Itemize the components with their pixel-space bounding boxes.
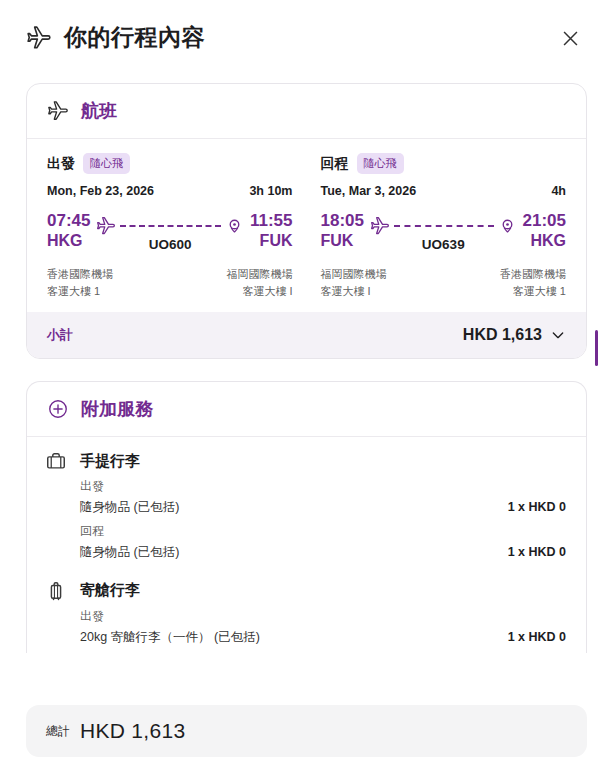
arrival-time: 11:55 xyxy=(250,210,293,231)
carry-on-title: 手提行李 xyxy=(80,452,140,471)
fare-badge: 隨心飛 xyxy=(357,153,404,174)
addon-item-row: 隨身物品 (已包括) 1 x HKD 0 xyxy=(80,498,566,517)
departure-airport: 香港國際機場 客運大樓 1 xyxy=(47,266,113,300)
addons-card-header: 附加服務 xyxy=(27,382,586,437)
departure-endpoint: 18:05 FUK xyxy=(321,210,364,251)
airplane-icon xyxy=(26,25,52,51)
flight-number: UO639 xyxy=(422,237,465,252)
departure-time: 07:45 xyxy=(47,210,90,231)
leg-label: 回程 xyxy=(80,651,566,653)
plus-circle-icon xyxy=(47,398,69,420)
direction-label: 出發 xyxy=(47,155,75,173)
airplane-icon xyxy=(47,100,69,122)
direction-label: 回程 xyxy=(321,155,349,173)
arrival-endpoint: 21:05 HKG xyxy=(523,210,566,251)
subtotal-label: 小計 xyxy=(47,326,73,344)
chevron-down-icon[interactable] xyxy=(550,327,566,343)
airplane-icon xyxy=(96,216,116,236)
arrival-time: 21:05 xyxy=(523,210,566,231)
segment-return: 回程 隨心飛 Tue, Mar 3, 2026 4h 18:05 FUK xyxy=(321,153,567,302)
flights-card-header: 航班 xyxy=(27,84,586,139)
subtotal-row[interactable]: 小計 HKD 1,613 xyxy=(27,312,586,358)
addon-price: 1 x HKD 0 xyxy=(508,500,566,514)
checked-baggage-title: 寄艙行李 xyxy=(80,581,140,600)
arrival-airport: 福岡國際機場 客運大樓 I xyxy=(227,266,293,300)
arrival-code: HKG xyxy=(523,231,566,251)
location-pin-icon xyxy=(225,217,244,236)
leg-label: 回程 xyxy=(80,522,566,540)
departure-airport: 福岡國際機場 客運大樓 I xyxy=(321,266,387,300)
flight-segments: 出發 隨心飛 Mon, Feb 23, 2026 3h 10m 07:45 HK… xyxy=(27,139,586,312)
modal-header: 你的行程內容 xyxy=(0,0,600,63)
fare-badge: 隨心飛 xyxy=(83,153,130,174)
addon-price: 1 x HKD 0 xyxy=(508,630,566,644)
addons-card-title: 附加服務 xyxy=(81,397,153,421)
flight-duration: 4h xyxy=(551,184,566,198)
addons-card: 附加服務 手提行李 出發 隨身物品 (已包括) 1 x HKD 0 xyxy=(26,381,587,653)
leg-label: 出發 xyxy=(80,477,566,495)
segment-outbound: 出發 隨心飛 Mon, Feb 23, 2026 3h 10m 07:45 HK… xyxy=(47,153,293,302)
scrollbar-thumb[interactable] xyxy=(595,330,598,366)
total-value: HKD 1,613 xyxy=(80,719,185,743)
leg-label: 出發 xyxy=(80,607,566,625)
page-title: 你的行程內容 xyxy=(64,22,205,53)
addon-item-row: 隨身物品 (已包括) 1 x HKD 0 xyxy=(80,543,566,562)
close-button[interactable] xyxy=(558,26,582,50)
departure-endpoint: 07:45 HKG xyxy=(47,210,90,251)
flight-number: UO600 xyxy=(149,237,192,252)
checked-baggage-section: 寄艙行李 出發 20kg 寄艙行李（一件） (已包括) 1 x HKD 0 回程 xyxy=(27,567,586,654)
departure-code: HKG xyxy=(47,231,90,251)
flight-date: Tue, Mar 3, 2026 xyxy=(321,184,417,198)
total-label: 總計 xyxy=(46,723,70,740)
addon-price: 1 x HKD 0 xyxy=(508,545,566,559)
route-dashed-line xyxy=(120,225,220,227)
total-bar: 總計 HKD 1,613 xyxy=(26,705,587,757)
flights-card: 航班 出發 隨心飛 Mon, Feb 23, 2026 3h 10m 07:45… xyxy=(26,83,587,359)
flight-duration: 3h 10m xyxy=(249,184,292,198)
flight-date: Mon, Feb 23, 2026 xyxy=(47,184,154,198)
departure-time: 18:05 xyxy=(321,210,364,231)
departure-code: FUK xyxy=(321,231,364,251)
airplane-icon xyxy=(370,216,390,236)
carry-on-section: 手提行李 出發 隨身物品 (已包括) 1 x HKD 0 回程 隨身物品 (已包… xyxy=(27,437,586,562)
addon-item-row: 20kg 寄艙行李（一件） (已包括) 1 x HKD 0 xyxy=(80,628,566,647)
arrival-airport: 香港國際機場 客運大樓 1 xyxy=(500,266,566,300)
suitcase-icon xyxy=(45,580,67,602)
location-pin-icon xyxy=(498,217,517,236)
itinerary-modal: 你的行程內容 航班 出發 隨心飛 Mon, Feb 23, 2026 3h 10… xyxy=(0,0,600,757)
route-dashed-line xyxy=(394,225,494,227)
arrival-code: FUK xyxy=(250,231,293,251)
arrival-endpoint: 11:55 FUK xyxy=(250,210,293,251)
flights-card-title: 航班 xyxy=(81,99,117,123)
briefcase-icon xyxy=(45,450,67,472)
subtotal-value: HKD 1,613 xyxy=(463,326,542,344)
